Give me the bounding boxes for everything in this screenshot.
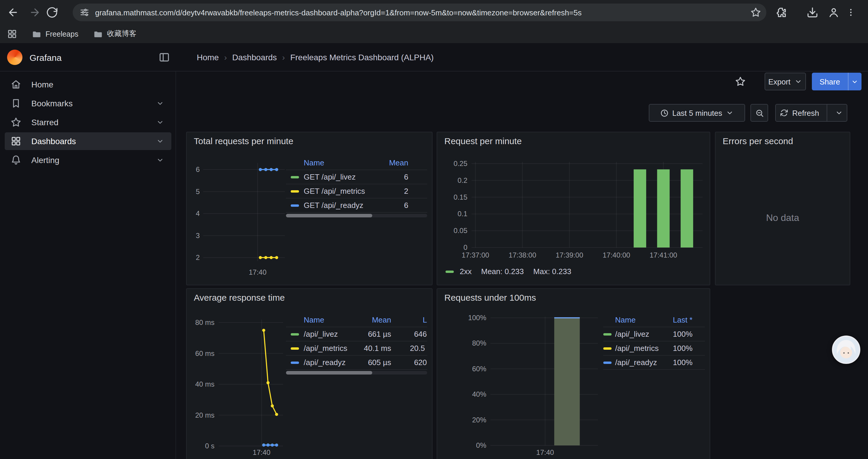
svg-text:2: 2 (196, 254, 200, 261)
bookmark-item[interactable]: 收藏博客 (93, 28, 136, 40)
bookmark-label: 收藏博客 (107, 29, 136, 39)
panel-title[interactable]: Requests under 100ms (437, 289, 536, 306)
legend-col-2[interactable]: Last (286, 313, 427, 327)
folder-icon (93, 29, 103, 39)
panel-title[interactable]: Total requests per minute (187, 132, 293, 150)
chevron-down-icon[interactable] (156, 137, 164, 145)
svg-text:80%: 80% (472, 339, 486, 347)
legend-row: /api/_readyz100% (603, 356, 705, 370)
svg-text:17:40:00: 17:40:00 (603, 251, 630, 259)
legend-col-1[interactable]: Mean (286, 156, 408, 169)
svg-text:40%: 40% (472, 390, 486, 398)
panel-errors-per-second: Errors per second No data (715, 132, 850, 285)
breadcrumb-item: Freeleaps Metrics Dashboard (ALPHA) (290, 53, 434, 62)
sidebar-item-label: Starred (31, 117, 59, 128)
breadcrumb: Home›Dashboards›Freeleaps Metrics Dashbo… (197, 43, 434, 71)
sidebar-item-label: Home (31, 79, 54, 90)
svg-text:0.1: 0.1 (458, 210, 467, 218)
time-range-picker[interactable]: Last 5 minutes (649, 104, 745, 122)
legend-row: /api/_livez100% (603, 327, 705, 341)
forward-icon[interactable] (29, 6, 41, 18)
sidebar-item-bookmarks[interactable]: Bookmarks (5, 95, 172, 112)
reload-icon[interactable] (46, 6, 58, 18)
export-button[interactable]: Export (765, 73, 806, 90)
legend-series-name[interactable]: 2xx (460, 267, 471, 276)
assistant-avatar[interactable] (832, 335, 860, 364)
address-bar[interactable]: grafana.mathmast.com/d/deytv4rwavabkb/fr… (73, 4, 766, 21)
legend-table: NameMeanLast/api/_livez661 µs646 µs/api/… (286, 313, 427, 377)
svg-text:100%: 100% (468, 314, 486, 322)
svg-text:20%: 20% (472, 416, 486, 424)
sidebar-item-dashboards[interactable]: Dashboards (5, 132, 172, 150)
legend-value: 646 µs (286, 327, 427, 341)
svg-text:6: 6 (196, 165, 200, 173)
grafana-header: Home›Dashboards›Freeleaps Metrics Dashbo… (0, 43, 868, 71)
svg-text:5: 5 (196, 188, 200, 196)
chevron-down-icon[interactable] (156, 99, 164, 107)
bookmark-star-icon[interactable] (750, 7, 761, 18)
legend-scrollbar[interactable] (286, 214, 427, 218)
grafana-logo[interactable] (7, 50, 23, 65)
bell-icon (11, 155, 21, 165)
refresh-interval-button[interactable] (831, 104, 847, 121)
svg-text:60%: 60% (472, 365, 486, 373)
chevron-down-icon (835, 109, 843, 117)
sidebar-item-label: Bookmarks (31, 98, 73, 109)
breadcrumb-item[interactable]: Home (197, 53, 219, 62)
sidebar-item-alerting[interactable]: Alerting (5, 151, 172, 169)
bookmarks-bar: Freeleaps收藏博客 (0, 25, 868, 43)
apps-grid-icon[interactable] (7, 29, 17, 39)
scrollbar-thumb[interactable] (286, 214, 372, 218)
svg-text:4: 4 (196, 209, 200, 218)
panel-title[interactable]: Request per minute (437, 132, 522, 150)
panel-average-response-time: 0 s20 ms40 ms60 ms80 ms17:40 Average res… (186, 288, 433, 459)
chevron-down-icon[interactable] (156, 118, 164, 126)
sidebar-item-home[interactable]: Home (5, 76, 172, 93)
chevron-down-icon[interactable] (156, 156, 164, 164)
refresh-button[interactable]: Refresh (776, 108, 823, 117)
clock-icon (660, 108, 669, 117)
breadcrumb-item[interactable]: Dashboards (232, 53, 277, 62)
svg-text:17:40: 17:40 (249, 268, 267, 276)
browser-menu-icon[interactable] (846, 6, 856, 18)
extensions-icon[interactable] (775, 6, 787, 18)
share-menu-button[interactable] (848, 73, 861, 90)
svg-text:17:37:00: 17:37:00 (462, 251, 489, 259)
back-icon[interactable] (7, 6, 19, 18)
legend-header: NameMeanLast (286, 313, 427, 327)
panel-requests-under-100ms: 0%20%40%60%80%100%17:40 Requests under 1… (437, 288, 710, 459)
panel-total-requests-per-minute: 2345617:40 Total requests per minute Nam… (186, 132, 433, 285)
folder-icon (32, 29, 41, 39)
panel-request-per-minute: 00.050.10.150.20.2517:37:0017:38:0017:39… (437, 132, 710, 285)
svg-text:0%: 0% (476, 441, 486, 449)
zoom-out-button[interactable] (750, 104, 768, 122)
scrollbar-thumb[interactable] (286, 371, 372, 374)
legend-value: 6 (286, 170, 408, 184)
panel-title[interactable]: Average response time (187, 289, 285, 306)
bookmark-item[interactable]: Freeleaps (32, 28, 78, 40)
legend-inline: 2xx Mean: 0.233 Max: 0.233 (445, 267, 571, 276)
downloads-icon[interactable] (807, 6, 818, 18)
svg-text:0.25: 0.25 (454, 160, 467, 167)
refresh-icon (780, 109, 788, 117)
svg-text:40 ms: 40 ms (195, 380, 215, 388)
sidebar-item-starred[interactable]: Starred (5, 113, 172, 131)
profile-icon[interactable] (828, 6, 840, 18)
svg-text:17:38:00: 17:38:00 (509, 251, 536, 259)
apps-icon (11, 136, 21, 146)
legend-scrollbar[interactable] (286, 371, 427, 374)
panel-title[interactable]: Errors per second (716, 132, 793, 150)
dock-menu-icon[interactable] (158, 52, 170, 63)
legend-row: GET /api/_readyz6 (286, 198, 427, 213)
legend-col-1[interactable]: Last * (603, 313, 692, 327)
share-button[interactable]: Share (812, 73, 848, 90)
home-icon (11, 79, 21, 90)
favorite-star-icon[interactable] (735, 76, 746, 87)
legend-value: 2 (286, 184, 408, 198)
site-settings-icon[interactable] (80, 8, 89, 17)
zoom-out-icon (755, 108, 764, 117)
legend-value: 620 µs (286, 356, 427, 369)
browser-toolbar: grafana.mathmast.com/d/deytv4rwavabkb/fr… (0, 0, 868, 25)
legend-max: Max: 0.233 (533, 267, 571, 276)
request-per-minute-chart[interactable]: 00.050.10.150.20.2517:37:0017:38:0017:39… (437, 132, 711, 286)
